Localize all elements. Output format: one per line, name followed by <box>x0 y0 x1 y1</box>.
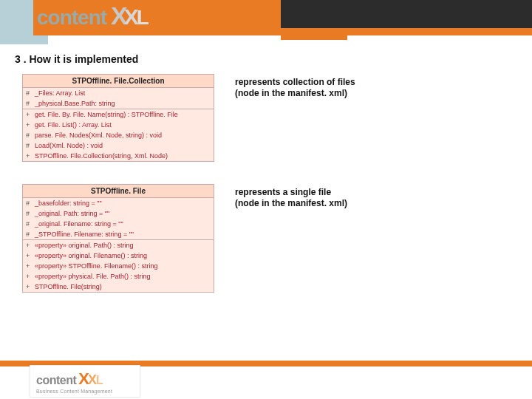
uml-description: represents collection of files (node in … <box>235 74 442 99</box>
uml-operation: +«property» original. Filename() : strin… <box>23 250 214 261</box>
brand-text: content <box>37 6 106 30</box>
uml-row: STPOffline. File.Collection #_Files: Arr… <box>22 74 510 162</box>
content-area: STPOffline. File.Collection #_Files: Arr… <box>22 74 510 315</box>
uml-attribute: #_original. Path: string = "" <box>23 208 214 219</box>
uml-operation: +STPOffline. File(string) <box>23 282 214 292</box>
uml-attributes: #_basefolder: string = "" #_original. Pa… <box>23 198 214 240</box>
brand-l: L <box>137 6 149 30</box>
uml-operation: +get. File. List() : Array. List <box>23 120 214 130</box>
brand-logo-top: content X X L <box>37 1 149 30</box>
uml-attribute: #_Files: Array. List <box>23 88 214 98</box>
footer-brand-text: content <box>36 374 76 387</box>
uml-operation: #parse. File. Nodes(Xml. Node, string) :… <box>23 130 214 140</box>
uml-class-name: STPOffline. File <box>23 185 214 198</box>
uml-description-line: represents collection of files <box>235 77 442 88</box>
header: content X X L <box>0 0 532 44</box>
uml-description-line: (node in the manifest. xml) <box>235 198 442 209</box>
footer-brand-l: L <box>96 374 103 387</box>
uml-operation: #Load(Xml. Node) : void <box>23 140 214 151</box>
uml-attribute: #_basefolder: string = "" <box>23 198 214 208</box>
uml-class-box: STPOffline. File.Collection #_Files: Arr… <box>22 74 214 162</box>
uml-operation: +STPOffline. File.Collection(string, Xml… <box>23 151 214 161</box>
uml-operations: +get. File. By. File. Name(string) : STP… <box>23 109 214 161</box>
uml-operation: +«property» original. Path() : string <box>23 240 214 250</box>
uml-class-name: STPOffline. File.Collection <box>23 75 214 88</box>
footer-tagline: Business Content Management <box>36 389 134 394</box>
uml-operations: +«property» original. Path() : string +«… <box>23 240 214 292</box>
footer: content X X L Business Content Managemen… <box>0 361 532 399</box>
header-light-block <box>0 0 33 44</box>
uml-operation: +«property» STPOffline. Filename() : str… <box>23 261 214 271</box>
header-light-block-2 <box>33 35 48 44</box>
uml-operation: +«property» physical. File. Path() : str… <box>23 271 214 282</box>
uml-attributes: #_Files: Array. List #_physical.Base.Pat… <box>23 88 214 109</box>
uml-row: STPOffline. File #_basefolder: string = … <box>22 184 510 293</box>
uml-description-line: (node in the manifest. xml) <box>235 88 442 99</box>
uml-description-line: represents a single file <box>235 187 442 198</box>
uml-attribute: #_STPOffline. Filename: string = "" <box>23 229 214 239</box>
slide-title: 3 . How it is implemented <box>15 53 138 65</box>
uml-class-box: STPOffline. File #_basefolder: string = … <box>22 184 214 293</box>
uml-attribute: #_physical.Base.Path: string <box>23 98 214 109</box>
uml-operation: +get. File. By. File. Name(string) : STP… <box>23 109 214 120</box>
footer-logo: content X X L Business Content Managemen… <box>30 365 140 398</box>
uml-attribute: #_original. Filename: string = "" <box>23 219 214 229</box>
uml-description: represents a single file (node in the ma… <box>235 184 442 209</box>
header-orange-tab <box>281 28 347 40</box>
